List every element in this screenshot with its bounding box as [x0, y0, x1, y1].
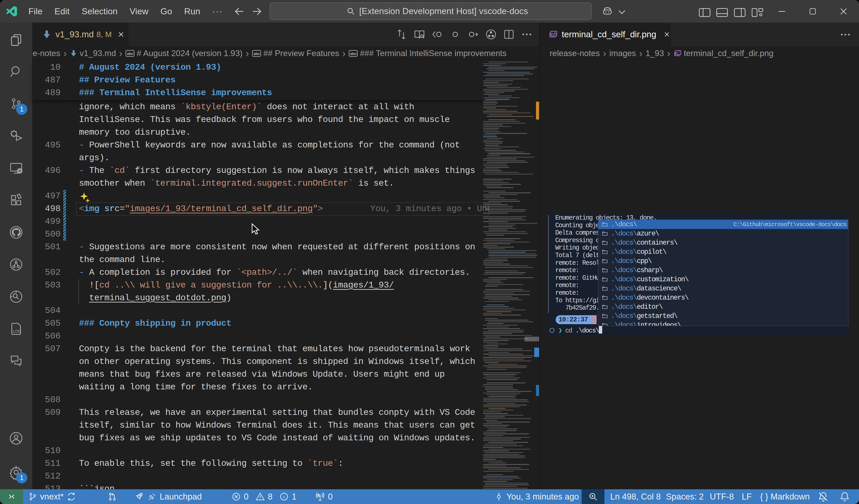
svg-text:LOG: LOG	[13, 329, 21, 333]
svg-text:abc: abc	[254, 52, 260, 56]
svg-text:abc: abc	[127, 52, 133, 56]
svg-text:abc: abc	[350, 52, 357, 56]
